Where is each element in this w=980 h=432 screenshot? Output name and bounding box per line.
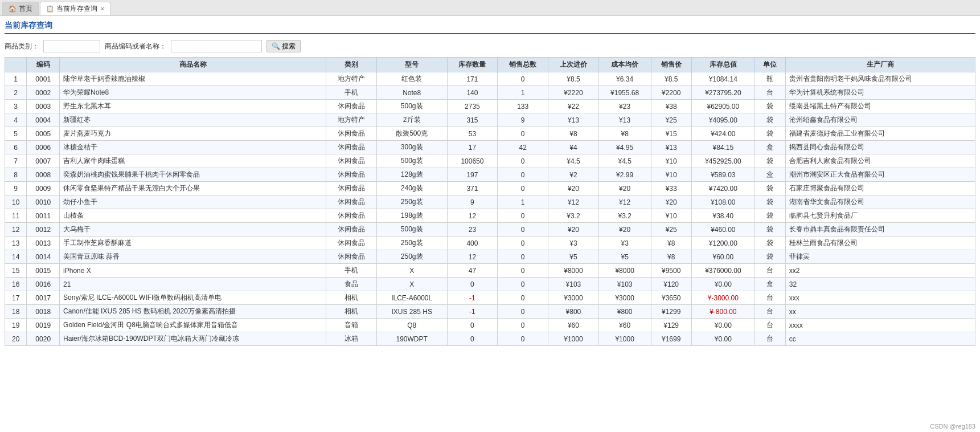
cell-16-5: -1 bbox=[447, 291, 498, 305]
table-row[interactable]: 180018Canon/佳能 IXUS 285 HS 数码相机 2020万像素高… bbox=[5, 305, 975, 319]
cell-2-6: 133 bbox=[498, 100, 548, 113]
footer-note: CSDN @reg183 bbox=[930, 423, 975, 430]
table-row[interactable]: 40004新疆红枣地方特产2斤装3159¥13¥13¥25¥4095.00袋沧州… bbox=[5, 113, 975, 127]
cell-12-4: 250g装 bbox=[376, 237, 447, 250]
cell-7-12: 潮州市潮安区正大食品有限公司 bbox=[785, 168, 975, 182]
table-row[interactable]: 200020Haier/海尔冰箱BCD-190WDPT双门电冰箱大两门冷藏冷冻冰… bbox=[5, 332, 975, 346]
cell-18-0: 19 bbox=[5, 319, 27, 332]
table-row[interactable]: 140014美国青豆原味 蒜香休闲食品250g装120¥5¥5¥8¥60.00袋… bbox=[5, 250, 975, 264]
cell-7-8: ¥2.99 bbox=[598, 168, 651, 182]
cell-16-6: 0 bbox=[498, 291, 548, 305]
cell-4-2: 麦片燕麦巧克力 bbox=[60, 127, 326, 141]
category-input[interactable] bbox=[43, 40, 100, 52]
tab-inventory[interactable]: 📋当前库存查询× bbox=[40, 2, 110, 15]
cell-3-7: ¥13 bbox=[548, 113, 599, 127]
cell-8-1: 0009 bbox=[27, 182, 60, 195]
cell-4-11: 袋 bbox=[755, 127, 785, 141]
cell-11-11: 袋 bbox=[755, 223, 785, 237]
inventory-table: 编码商品名称类别型号库存数量销售总数上次进价成本均价销售价库存总值单位生产厂商 … bbox=[5, 57, 975, 346]
tab-bar: 🏠首页📋当前库存查询× bbox=[0, 0, 980, 16]
cell-11-7: ¥20 bbox=[548, 223, 599, 237]
cell-16-0: 17 bbox=[5, 291, 27, 305]
cell-6-12: 合肥吉利人家食品有限公司 bbox=[785, 154, 975, 168]
cell-15-10: ¥0.00 bbox=[691, 278, 755, 291]
cell-10-11: 袋 bbox=[755, 209, 785, 223]
table-row[interactable]: 130013手工制作芝麻香酥麻道休闲食品250g装4000¥3¥3¥8¥1200… bbox=[5, 237, 975, 250]
cell-10-9: ¥10 bbox=[651, 209, 691, 223]
cell-17-10: ¥-800.00 bbox=[691, 305, 755, 319]
col-header-3: 类别 bbox=[326, 58, 377, 72]
cell-2-10: ¥62905.00 bbox=[691, 100, 755, 113]
table-row[interactable]: 30003野生东北黑木耳休闲食品500g装2735133¥22¥23¥38¥62… bbox=[5, 100, 975, 113]
cell-6-4: 500g装 bbox=[376, 154, 447, 168]
cell-16-4: ILCE-A6000L bbox=[376, 291, 447, 305]
table-row[interactable]: 20002华为荣耀Note8手机Note81401¥2220¥1955.68¥2… bbox=[5, 86, 975, 100]
table-row[interactable]: 70007吉利人家牛肉味蛋糕休闲食品500g装1006500¥4.5¥4.5¥1… bbox=[5, 154, 975, 168]
cell-15-8: ¥103 bbox=[598, 278, 651, 291]
cell-3-11: 袋 bbox=[755, 113, 785, 127]
cell-5-5: 17 bbox=[447, 141, 498, 154]
cell-19-4: 190WDPT bbox=[376, 332, 447, 346]
cell-13-2: 美国青豆原味 蒜香 bbox=[60, 250, 326, 264]
cell-7-5: 197 bbox=[447, 168, 498, 182]
cell-13-9: ¥8 bbox=[651, 250, 691, 264]
table-row[interactable]: 110011山楂条休闲食品198g装120¥3.2¥3.2¥10¥38.40袋临… bbox=[5, 209, 975, 223]
cell-16-9: ¥3650 bbox=[651, 291, 691, 305]
cell-13-8: ¥5 bbox=[598, 250, 651, 264]
tab-icon-inventory: 📋 bbox=[46, 5, 54, 13]
cell-7-9: ¥10 bbox=[651, 168, 691, 182]
cell-3-10: ¥4095.00 bbox=[691, 113, 755, 127]
cell-13-4: 250g装 bbox=[376, 250, 447, 264]
table-row[interactable]: 60006冰糖金桔干休闲食品300g装1742¥4¥4.95¥13¥84.15盒… bbox=[5, 141, 975, 154]
cell-5-11: 盒 bbox=[755, 141, 785, 154]
table-row[interactable]: 50005麦片燕麦巧克力休闲食品散装500克530¥8¥8¥15¥424.00袋… bbox=[5, 127, 975, 141]
table-row[interactable]: 150015iPhone X手机X470¥8000¥8000¥9500¥3760… bbox=[5, 264, 975, 278]
table-header: 编码商品名称类别型号库存数量销售总数上次进价成本均价销售价库存总值单位生产厂商 bbox=[5, 58, 975, 72]
cell-12-7: ¥3 bbox=[548, 237, 599, 250]
cell-3-5: 315 bbox=[447, 113, 498, 127]
col-header-11: 单位 bbox=[755, 58, 785, 72]
search-button[interactable]: 🔍 搜索 bbox=[266, 40, 301, 52]
cell-2-3: 休闲食品 bbox=[326, 100, 377, 113]
cell-15-3: 食品 bbox=[326, 278, 377, 291]
cell-4-5: 53 bbox=[447, 127, 498, 141]
table-row[interactable]: 190019Golden Field/金河田 Q8电脑音响台式多媒体家用音箱低音… bbox=[5, 319, 975, 332]
cell-0-3: 地方特产 bbox=[326, 72, 377, 86]
cell-18-3: 音箱 bbox=[326, 319, 377, 332]
cell-0-8: ¥6.34 bbox=[598, 72, 651, 86]
cell-5-12: 揭西县同心食品有限公司 bbox=[785, 141, 975, 154]
cell-3-12: 沧州绍鑫食品有限公司 bbox=[785, 113, 975, 127]
cell-6-5: 100650 bbox=[447, 154, 498, 168]
cell-2-2: 野生东北黑木耳 bbox=[60, 100, 326, 113]
table-row[interactable]: 90009休闲零食坚果特产精品干果无漂白大个开心果休闲食品240g装3710¥2… bbox=[5, 182, 975, 195]
table-row[interactable]: 100010劲仔小鱼干休闲食品250g装91¥12¥12¥20¥108.00袋湖… bbox=[5, 195, 975, 209]
cell-0-5: 171 bbox=[447, 72, 498, 86]
cell-19-10: ¥0.00 bbox=[691, 332, 755, 346]
cell-2-12: 绥南县堵黑土特产有限公司 bbox=[785, 100, 975, 113]
cell-18-5: 0 bbox=[447, 319, 498, 332]
cell-6-6: 0 bbox=[498, 154, 548, 168]
cell-18-1: 0019 bbox=[27, 319, 60, 332]
cell-17-8: ¥800 bbox=[598, 305, 651, 319]
tab-home[interactable]: 🏠首页 bbox=[2, 2, 39, 15]
cell-16-11: 台 bbox=[755, 291, 785, 305]
code-name-input[interactable] bbox=[171, 40, 262, 52]
cell-9-5: 9 bbox=[447, 195, 498, 209]
cell-10-12: 临朐县七贤升利食品厂 bbox=[785, 209, 975, 223]
table-row[interactable]: 120012大乌梅干休闲食品500g装230¥20¥20¥25¥460.00袋长… bbox=[5, 223, 975, 237]
cell-17-4: IXUS 285 HS bbox=[376, 305, 447, 319]
cell-8-10: ¥7420.00 bbox=[691, 182, 755, 195]
table-row[interactable]: 170017Sony/索尼 ILCE-A6000L WIFI微单数码相机高清单电… bbox=[5, 291, 975, 305]
cell-6-1: 0007 bbox=[27, 154, 60, 168]
cell-17-2: Canon/佳能 IXUS 285 HS 数码相机 2020万像素高清拍摄 bbox=[60, 305, 326, 319]
col-header-1: 编码 bbox=[27, 58, 60, 72]
col-header-10: 库存总值 bbox=[691, 58, 755, 72]
table-row[interactable]: 80008奕森奶油桃肉蜜饯果脯果干桃肉干休闲零食品休闲食品128g装1970¥2… bbox=[5, 168, 975, 182]
cell-1-12: 华为计算机系统有限公司 bbox=[785, 86, 975, 100]
table-row[interactable]: 16001621食品X00¥103¥103¥120¥0.00盒32 bbox=[5, 278, 975, 291]
cell-5-9: ¥13 bbox=[651, 141, 691, 154]
cell-9-8: ¥12 bbox=[598, 195, 651, 209]
cell-1-9: ¥2200 bbox=[651, 86, 691, 100]
table-row[interactable]: 10001陆华草老干妈香辣脆油辣椒地方特产红色装1710¥8.5¥6.34¥8.… bbox=[5, 72, 975, 86]
tab-close-inventory[interactable]: × bbox=[101, 6, 104, 12]
